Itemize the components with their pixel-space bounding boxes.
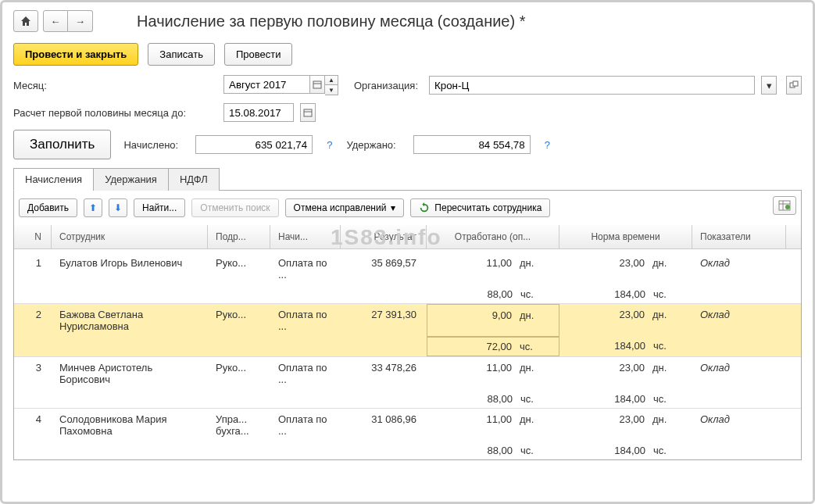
tab-withholdings[interactable]: Удержания [93, 168, 169, 191]
col-result[interactable]: Результат [341, 225, 427, 248]
add-button[interactable]: Добавить [19, 198, 77, 217]
col-accrual[interactable]: Начи... [270, 225, 341, 248]
accrued-label: Начислено: [123, 139, 178, 151]
accrued-help-icon[interactable]: ? [325, 139, 334, 151]
tab-ndfl[interactable]: НДФЛ [168, 168, 220, 191]
col-employee[interactable]: Сотрудник [52, 225, 208, 248]
org-input[interactable] [429, 76, 755, 95]
col-indicators[interactable]: Показатели [692, 225, 786, 248]
move-down-button[interactable]: ⬇ [109, 198, 127, 217]
home-button[interactable] [13, 10, 38, 32]
col-norm[interactable]: Норма времени [559, 225, 692, 248]
tab-accruals[interactable]: Начисления [13, 168, 94, 191]
table-row[interactable]: 1 Булатов Игорь Виленович Руко... Оплата… [14, 249, 801, 285]
month-up-button[interactable]: ▲ [325, 76, 338, 85]
cancel-corrections-button[interactable]: Отмена исправлений ▾ [285, 198, 405, 217]
svg-rect-3 [793, 81, 798, 86]
withheld-label: Удержано: [346, 139, 395, 151]
recalc-employee-button[interactable]: Пересчитать сотрудника [410, 198, 550, 217]
post-button[interactable]: Провести [224, 43, 293, 66]
table-row[interactable]: 2 Бажова Светлана Нурисламовна Руко... О… [14, 303, 801, 337]
org-label: Организация: [354, 80, 418, 91]
fill-button[interactable]: Заполнить [13, 130, 111, 159]
month-input[interactable] [223, 75, 309, 94]
org-dropdown-button[interactable]: ▾ [761, 76, 777, 95]
withheld-value[interactable] [413, 135, 531, 154]
col-dept[interactable]: Подр... [208, 225, 270, 248]
accrued-value[interactable] [195, 135, 313, 154]
find-button[interactable]: Найти... [134, 198, 185, 217]
table-row-sub[interactable]: 88,00чс. 184,00чс. [14, 441, 801, 459]
settings-button[interactable] [773, 196, 796, 215]
save-button[interactable]: Записать [148, 43, 215, 66]
month-label: Месяц: [13, 80, 213, 91]
svg-point-9 [785, 205, 790, 209]
post-and-close-button[interactable]: Провести и закрыть [13, 43, 138, 66]
move-up-button[interactable]: ⬆ [84, 198, 102, 217]
table-row-sub[interactable]: 72,00чс. 184,00чс. [14, 337, 801, 356]
table-row[interactable]: 3 Минчев Аристотель Борисович Руко... Оп… [14, 356, 801, 390]
withheld-help-icon[interactable]: ? [543, 139, 552, 151]
highlighted-worked-days[interactable]: 9,00дн. [427, 304, 559, 337]
cancel-search-button: Отменить поиск [191, 198, 278, 217]
col-n[interactable]: N [14, 225, 52, 248]
table-row[interactable]: 4 Солодовникова Мария Пахомовна Упра... … [14, 408, 801, 441]
month-picker-button[interactable] [309, 75, 325, 94]
date-picker-button[interactable] [300, 103, 316, 122]
table-row-sub[interactable]: 88,00чс. 184,00чс. [14, 390, 801, 408]
calc-until-input[interactable] [223, 103, 294, 122]
calc-until-label: Расчет первой половины месяца до: [13, 107, 213, 119]
month-down-button[interactable]: ▼ [325, 85, 338, 95]
col-worked[interactable]: Отработано (оп... [427, 225, 559, 248]
svg-rect-0 [313, 81, 321, 88]
table-row-sub[interactable]: 88,00чс. 184,00чс. [14, 285, 801, 303]
highlighted-worked-hours[interactable]: 72,00чс. [427, 337, 559, 356]
forward-button[interactable]: → [68, 10, 93, 32]
org-open-button[interactable] [786, 76, 802, 95]
page-title: Начисление за первую половину месяца (со… [137, 13, 526, 30]
svg-rect-4 [304, 109, 312, 116]
back-button[interactable]: ← [43, 10, 68, 32]
